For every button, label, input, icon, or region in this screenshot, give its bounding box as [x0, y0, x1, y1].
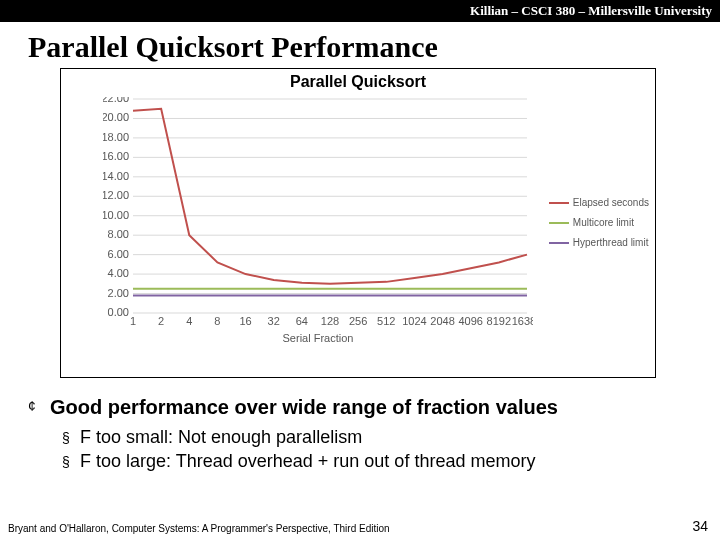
legend-swatch-icon [549, 202, 569, 204]
svg-text:4: 4 [186, 315, 192, 327]
chart-legend: Elapsed seconds Multicore limit Hyperthr… [549, 190, 649, 256]
svg-text:22.00: 22.00 [103, 97, 129, 104]
svg-text:256: 256 [349, 315, 367, 327]
svg-text:8.00: 8.00 [108, 228, 129, 240]
legend-swatch-icon [549, 242, 569, 244]
svg-text:8: 8 [214, 315, 220, 327]
chart-plot: 0.002.004.006.008.0010.0012.0014.0016.00… [103, 97, 533, 343]
legend-swatch-icon [549, 222, 569, 224]
svg-text:4.00: 4.00 [108, 267, 129, 279]
bullet-area: Good performance over wide range of frac… [0, 378, 720, 473]
chart-container: Parallel Quicksort 0.002.004.006.008.001… [60, 68, 656, 378]
legend-label: Multicore limit [573, 216, 634, 230]
legend-label: Elapsed seconds [573, 196, 649, 210]
svg-text:2048: 2048 [430, 315, 454, 327]
bullet-main: Good performance over wide range of frac… [50, 396, 692, 419]
svg-text:1024: 1024 [402, 315, 426, 327]
svg-text:18.00: 18.00 [103, 131, 129, 143]
legend-item-elapsed: Elapsed seconds [549, 196, 649, 210]
svg-text:0.00: 0.00 [108, 306, 129, 318]
svg-text:128: 128 [321, 315, 339, 327]
svg-text:512: 512 [377, 315, 395, 327]
legend-item-hyperthread: Hyperthread limit [549, 236, 649, 250]
svg-text:10.00: 10.00 [103, 209, 129, 221]
bullet-sub-2: F too large: Thread overhead + run out o… [80, 449, 692, 473]
legend-label: Hyperthread limit [573, 236, 649, 250]
footer-credit: Bryant and O'Hallaron, Computer Systems:… [8, 523, 390, 534]
svg-text:32: 32 [268, 315, 280, 327]
svg-text:2.00: 2.00 [108, 287, 129, 299]
legend-item-multicore: Multicore limit [549, 216, 649, 230]
svg-text:6.00: 6.00 [108, 248, 129, 260]
top-bar: Killian – CSCI 380 – Millersville Univer… [0, 0, 720, 22]
svg-text:14.00: 14.00 [103, 170, 129, 182]
bullet-sub-1: F too small: Not enough parallelism [80, 425, 692, 449]
svg-text:20.00: 20.00 [103, 111, 129, 123]
svg-text:4096: 4096 [458, 315, 482, 327]
chart-title: Parallel Quicksort [61, 73, 655, 91]
svg-text:8192: 8192 [487, 315, 511, 327]
svg-text:16: 16 [239, 315, 251, 327]
svg-text:16.00: 16.00 [103, 150, 129, 162]
slide-title: Parallel Quicksort Performance [0, 22, 720, 68]
slide-number: 34 [692, 518, 708, 534]
svg-text:1: 1 [130, 315, 136, 327]
svg-text:12.00: 12.00 [103, 189, 129, 201]
svg-text:64: 64 [296, 315, 308, 327]
svg-text:2: 2 [158, 315, 164, 327]
svg-text:Serial Fraction: Serial Fraction [283, 332, 354, 343]
svg-text:16384: 16384 [512, 315, 533, 327]
